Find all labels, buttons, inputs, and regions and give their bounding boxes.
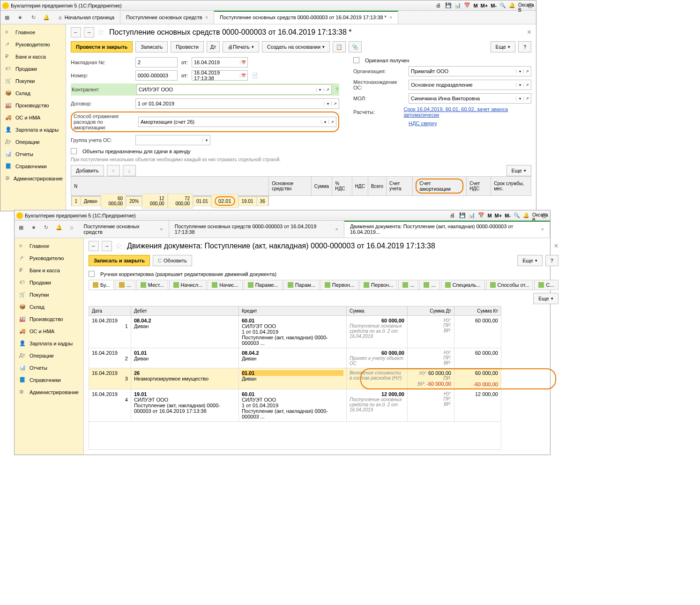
sidebar-item[interactable]: ⚙Администрирование — [0, 172, 66, 185]
subtab[interactable]: Первон... — [359, 280, 397, 290]
save-icon[interactable]: 💾 — [459, 212, 466, 219]
group-select[interactable]: ▾ — [135, 135, 210, 145]
sidebar-item[interactable]: ДтОперации — [15, 350, 83, 362]
fwd-button[interactable]: → — [102, 241, 112, 251]
help-button[interactable]: ? — [518, 41, 531, 52]
table-row[interactable]: 16.04.20191 08.04.2Диван 60.01СИЛУЭТ ООО… — [89, 316, 558, 348]
apps-icon[interactable]: ▦ — [0, 11, 14, 24]
home-tab[interactable]: ⌂ Начальная страница — [53, 11, 120, 24]
sidebar-item[interactable]: 📊Отчеты — [15, 362, 83, 374]
rent-checkbox[interactable] — [71, 148, 77, 154]
sidebar-item[interactable]: ₽Банк и касса — [0, 51, 66, 63]
counterparty-select[interactable]: СИЛУЭТ ООО▾↗ — [136, 84, 332, 95]
sidebar-item[interactable]: 🚚ОС и НМА — [0, 112, 66, 124]
star-icon[interactable]: ☆ — [97, 27, 104, 37]
dtkt-button[interactable]: Дт — [207, 41, 220, 52]
subtab[interactable]: Парам... — [283, 280, 320, 290]
apps-icon[interactable]: ▦ — [15, 221, 27, 234]
calendar-icon[interactable]: 📅 — [478, 212, 484, 219]
contract-select[interactable]: 1 от 01.04.2019▾↗ — [135, 98, 339, 109]
close-icon[interactable]: × — [205, 15, 208, 20]
m-plus-btn[interactable]: M+ — [481, 3, 488, 8]
history-icon[interactable]: ↻ — [40, 221, 52, 234]
bell-icon[interactable]: 🔔 — [509, 2, 515, 9]
close-icon[interactable]: × — [389, 15, 392, 20]
help-button[interactable]: ? — [545, 255, 559, 266]
refresh-button[interactable]: СОбновить — [153, 255, 192, 266]
org-select[interactable]: Примлайт ООО▾↗ — [409, 66, 531, 76]
bell-icon[interactable]: 🔔 — [52, 221, 65, 234]
subtab[interactable]: ... — [419, 280, 439, 290]
star-icon[interactable]: ★ — [14, 11, 27, 24]
m-plus-btn[interactable]: M+ — [495, 213, 502, 218]
add-button[interactable]: Добавить — [71, 165, 104, 176]
tab-2[interactable]: Поступление основных средств 0000-000003… — [169, 221, 344, 238]
attach-button[interactable]: 📎 — [349, 41, 362, 52]
bell-icon[interactable]: 🔔 — [523, 212, 529, 219]
sidebar-item[interactable]: ₽Банк и касса — [15, 264, 83, 276]
sidebar-item[interactable]: 👤Зарплата и кадры — [15, 337, 83, 350]
history-icon[interactable]: ↻ — [27, 11, 40, 24]
star-icon[interactable]: ★ — [27, 221, 40, 234]
original-checkbox[interactable] — [353, 57, 359, 63]
sidebar-item[interactable]: ↗Руководителю — [15, 252, 83, 264]
more-button[interactable]: Еще — [533, 293, 558, 304]
subtab[interactable]: Первон... — [320, 280, 358, 290]
sidebar-item[interactable]: 🏷Продажи — [15, 276, 83, 289]
info-icon[interactable]: ⓘ — [528, 2, 534, 9]
sidebar-item[interactable]: 📘Справочники — [15, 374, 83, 386]
sidebar-item[interactable]: 📦Склад — [0, 87, 66, 99]
close-icon[interactable]: × — [527, 28, 531, 37]
amort-method-select[interactable]: Амортизация (счет 26)▾↗ — [138, 117, 336, 127]
sidebar-item[interactable]: 🏷Продажи — [0, 63, 66, 75]
tab-1[interactable]: Поступление основных средств× — [78, 221, 169, 238]
sidebar-item[interactable]: 🚚ОС и НМА — [15, 325, 83, 337]
subtab[interactable]: Начис... — [208, 280, 242, 290]
down-button[interactable]: ↓ — [123, 165, 136, 176]
up-button[interactable]: ↑ — [107, 165, 120, 176]
more-button[interactable]: Еще — [517, 255, 542, 266]
tab-3[interactable]: Движения документа: Поступление (акт, на… — [344, 221, 550, 238]
invoice-num-input[interactable] — [135, 57, 178, 67]
sidebar-item[interactable]: 🛒Покупки — [0, 75, 66, 87]
star-icon[interactable]: ☆ — [115, 241, 122, 251]
subtab[interactable]: С... — [534, 280, 558, 290]
tab-2[interactable]: Поступление основных средств 0000-000003… — [214, 11, 398, 24]
info-icon[interactable]: ⓘ — [542, 212, 548, 219]
subtab[interactable]: Мест... — [136, 280, 168, 290]
user-label[interactable]: Оксана В — [532, 212, 539, 219]
tab-1[interactable]: Поступление основных средств × — [120, 11, 214, 24]
more-button[interactable]: Еще — [491, 41, 515, 52]
post-close-button[interactable]: Провести и закрыть — [71, 41, 133, 52]
close-icon[interactable]: × — [160, 226, 163, 232]
bell-icon[interactable]: 🔔 — [40, 11, 53, 24]
search-icon[interactable]: 🔍 — [514, 212, 520, 219]
close-icon[interactable]: × — [554, 242, 558, 250]
user-label[interactable]: Оксана В — [518, 2, 525, 9]
location-select[interactable]: Основное подразделение▾↗ — [409, 80, 531, 90]
table-row[interactable]: 16.04.20192 01.01Диван 08.04.2Диван 60 0… — [89, 348, 558, 368]
more-button[interactable]: Еще — [506, 165, 531, 176]
save-close-button[interactable]: Записать и закрыть — [89, 255, 150, 266]
table-row[interactable]: 16.04.20194 19.01СИЛУЭТ ОООПоступление (… — [89, 389, 558, 422]
back-button[interactable]: ← — [71, 27, 81, 37]
m-btn[interactable]: M — [473, 3, 477, 8]
manual-checkbox[interactable] — [89, 271, 95, 277]
calc-icon[interactable]: 📊 — [454, 2, 461, 9]
sidebar-item[interactable]: 📦Склад — [15, 301, 83, 313]
m-minus-btn[interactable]: M- — [505, 213, 511, 218]
doc-icon[interactable]: 📄 — [252, 73, 258, 79]
print-icon[interactable]: 🖨 — [436, 2, 442, 9]
sidebar-item[interactable]: 📊Отчеты — [0, 148, 66, 160]
calc-icon[interactable]: 📊 — [469, 212, 475, 219]
fwd-button[interactable]: → — [84, 27, 94, 37]
help-icon[interactable]: ? — [335, 87, 338, 92]
sidebar-item[interactable]: 📘Справочники — [0, 160, 66, 172]
close-icon[interactable]: × — [335, 226, 338, 232]
calc-link[interactable]: Срок 16.04.2019, 60.01, 60.02, зачет ава… — [403, 106, 531, 118]
sidebar-item[interactable]: ↗Руководителю — [0, 38, 66, 51]
subtab[interactable]: Бу... — [89, 280, 114, 290]
datetime-input[interactable]: 16.04.2019 17:13:38📅 — [192, 70, 248, 81]
nds-link[interactable]: НДС сверху — [409, 120, 437, 126]
write-button[interactable]: Записать — [135, 41, 168, 52]
